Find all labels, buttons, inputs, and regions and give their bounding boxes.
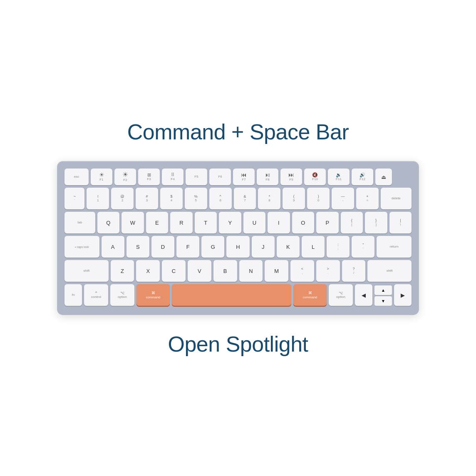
- key-delete[interactable]: delete: [381, 188, 412, 209]
- key-5[interactable]: % 5: [185, 188, 207, 209]
- key-backslash[interactable]: | \: [389, 212, 412, 233]
- key-s[interactable]: S: [126, 236, 149, 258]
- key-f12[interactable]: 🔊 F12: [352, 169, 373, 185]
- key-d[interactable]: D: [151, 236, 174, 258]
- key-u[interactable]: U: [243, 212, 266, 233]
- key-option-right[interactable]: ⌥ option: [329, 284, 353, 306]
- key-esc[interactable]: esc: [64, 169, 89, 185]
- key-a[interactable]: A: [102, 236, 124, 258]
- key-f6[interactable]: F6: [209, 169, 231, 185]
- key-tilde[interactable]: ~ `: [64, 188, 84, 209]
- key-f4[interactable]: ⠿ F4: [162, 169, 183, 185]
- key-bracket-right[interactable]: } ]: [365, 212, 387, 233]
- key-r[interactable]: R: [170, 212, 193, 233]
- key-f1[interactable]: ☀ F1: [91, 169, 112, 185]
- page-subtitle: Open Spotlight: [168, 332, 308, 357]
- key-k[interactable]: K: [277, 236, 300, 258]
- key-t[interactable]: T: [195, 212, 217, 233]
- key-capslock[interactable]: • caps lock: [64, 236, 99, 258]
- key-quote[interactable]: " ': [352, 236, 374, 258]
- key-shift-left[interactable]: shift: [64, 260, 109, 282]
- key-fn[interactable]: fn: [64, 284, 82, 306]
- key-1[interactable]: ! 1: [87, 188, 109, 209]
- key-arrow-up-down: ▲ ▼: [374, 285, 392, 306]
- key-9[interactable]: ( 9: [283, 188, 305, 209]
- number-key-row: ~ ` ! 1 @ 2 # 3 $ 4 % 5 ^ 6 & 7: [64, 188, 412, 209]
- key-4[interactable]: $ 4: [160, 188, 183, 209]
- key-i[interactable]: I: [268, 212, 290, 233]
- key-return[interactable]: return: [377, 236, 412, 258]
- key-eject[interactable]: ⏏: [375, 169, 392, 185]
- key-semicolon[interactable]: : ;: [327, 236, 350, 258]
- qwerty-key-row: tab Q W E R T Y U I O P { [ } ] | \: [64, 212, 412, 233]
- key-control[interactable]: ^ control: [84, 284, 108, 306]
- key-f10[interactable]: 🔇 F10: [304, 169, 326, 185]
- key-f9[interactable]: ⏭ F9: [280, 169, 302, 185]
- key-minus[interactable]: — -: [332, 188, 354, 209]
- page-title: Command + Space Bar: [127, 119, 349, 144]
- key-q[interactable]: Q: [97, 212, 120, 233]
- key-c[interactable]: C: [162, 260, 186, 282]
- key-3[interactable]: # 3: [136, 188, 158, 209]
- asdf-key-row: • caps lock A S D F G H J K L : ; " ' re…: [64, 236, 412, 258]
- key-tab[interactable]: tab: [64, 212, 95, 233]
- key-f8[interactable]: ⏯ F8: [257, 169, 278, 185]
- key-y[interactable]: Y: [219, 212, 241, 233]
- key-p[interactable]: P: [316, 212, 339, 233]
- key-e[interactable]: E: [146, 212, 169, 233]
- zxcv-key-row: shift Z X C V B N M < , > . ? / shift: [64, 260, 412, 282]
- key-f5[interactable]: F5: [186, 169, 207, 185]
- key-m[interactable]: M: [265, 260, 288, 282]
- key-j[interactable]: J: [252, 236, 275, 258]
- key-g[interactable]: G: [201, 236, 224, 258]
- key-f7[interactable]: ⏮ F7: [233, 169, 255, 185]
- key-period[interactable]: > .: [316, 260, 340, 282]
- key-2[interactable]: @ 2: [111, 188, 134, 209]
- key-6[interactable]: ^ 6: [209, 188, 232, 209]
- key-h[interactable]: H: [226, 236, 249, 258]
- function-key-row: esc ☀ F1 ☀ F2 ⊞ F3 ⠿ F4 F5 F6 ⏮ F7 ⏯: [64, 169, 412, 185]
- key-x[interactable]: X: [136, 260, 160, 282]
- key-option-left[interactable]: ⌥ option: [110, 284, 134, 306]
- key-equals[interactable]: + =: [356, 188, 379, 209]
- keyboard: esc ☀ F1 ☀ F2 ⊞ F3 ⠿ F4 F5 F6 ⏮ F7 ⏯: [57, 161, 419, 315]
- key-l[interactable]: L: [302, 236, 325, 258]
- key-f2[interactable]: ☀ F2: [114, 169, 136, 185]
- key-slash[interactable]: ? /: [342, 260, 366, 282]
- key-w[interactable]: W: [121, 212, 144, 233]
- key-command-left[interactable]: ⌘ command: [136, 284, 170, 306]
- key-f3[interactable]: ⊞ F3: [138, 169, 160, 185]
- key-command-right[interactable]: ⌘ command: [293, 284, 327, 306]
- key-o[interactable]: O: [292, 212, 315, 233]
- key-arrow-right[interactable]: ▶: [394, 284, 412, 306]
- key-shift-right[interactable]: shift: [367, 260, 412, 282]
- key-f11[interactable]: 🔉 F11: [328, 169, 350, 185]
- key-spacebar[interactable]: [172, 284, 291, 306]
- key-n[interactable]: N: [239, 260, 263, 282]
- key-arrow-left[interactable]: ◀: [355, 284, 372, 306]
- key-arrow-down[interactable]: ▼: [374, 296, 392, 306]
- key-0[interactable]: ) 0: [307, 188, 330, 209]
- key-7[interactable]: & 7: [234, 188, 256, 209]
- key-comma[interactable]: < ,: [290, 260, 314, 282]
- key-f[interactable]: F: [176, 236, 199, 258]
- key-z[interactable]: Z: [111, 260, 134, 282]
- key-8[interactable]: * 8: [258, 188, 280, 209]
- key-v[interactable]: V: [188, 260, 211, 282]
- key-bracket-left[interactable]: { [: [341, 212, 363, 233]
- key-b[interactable]: B: [213, 260, 237, 282]
- key-arrow-up[interactable]: ▲: [374, 285, 392, 295]
- bottom-key-row: fn ^ control ⌥ option ⌘ command ⌘ comman…: [64, 284, 412, 306]
